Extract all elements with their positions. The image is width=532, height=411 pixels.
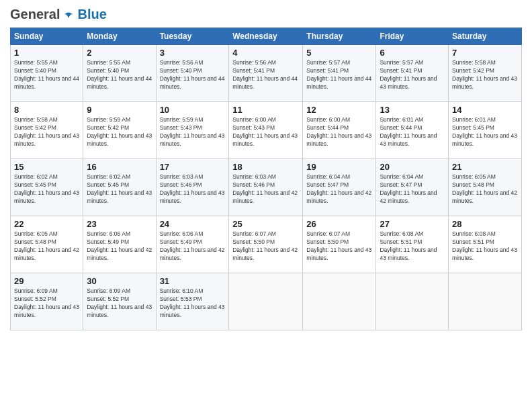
day-number: 17 (160, 162, 226, 172)
calendar-cell: 1Sunrise: 5:55 AMSunset: 5:40 PMDaylight… (11, 45, 83, 102)
calendar-cell: 4Sunrise: 5:56 AMSunset: 5:41 PMDaylight… (229, 45, 303, 102)
calendar-cell (376, 273, 449, 330)
calendar-cell: 8Sunrise: 5:58 AMSunset: 5:42 PMDaylight… (11, 102, 83, 159)
calendar-header-monday: Monday (83, 28, 156, 45)
day-info: Sunrise: 6:05 AMSunset: 5:48 PMDaylight:… (452, 173, 518, 205)
day-number: 14 (452, 105, 518, 115)
day-number: 12 (306, 105, 372, 115)
calendar: SundayMondayTuesdayWednesdayThursdayFrid… (10, 28, 522, 330)
day-info: Sunrise: 6:06 AMSunset: 5:49 PMDaylight:… (87, 230, 152, 263)
day-info: Sunrise: 5:56 AMSunset: 5:41 PMDaylight:… (232, 59, 299, 91)
day-info: Sunrise: 6:07 AMSunset: 5:50 PMDaylight:… (306, 230, 372, 263)
calendar-header-friday: Friday (376, 28, 449, 45)
day-number: 15 (14, 162, 79, 172)
calendar-cell: 3Sunrise: 5:56 AMSunset: 5:40 PMDaylight… (156, 45, 229, 102)
calendar-cell: 27Sunrise: 6:08 AMSunset: 5:51 PMDayligh… (376, 216, 449, 273)
day-info: Sunrise: 6:08 AMSunset: 5:51 PMDaylight:… (452, 230, 518, 263)
day-info: Sunrise: 5:58 AMSunset: 5:42 PMDaylight:… (452, 59, 518, 91)
day-number: 31 (160, 276, 226, 286)
day-number: 30 (87, 276, 152, 286)
calendar-cell (229, 273, 303, 330)
calendar-cell: 21Sunrise: 6:05 AMSunset: 5:48 PMDayligh… (449, 159, 522, 216)
day-info: Sunrise: 6:00 AMSunset: 5:44 PMDaylight:… (306, 116, 372, 148)
day-info: Sunrise: 6:03 AMSunset: 5:46 PMDaylight:… (160, 173, 226, 205)
calendar-cell: 17Sunrise: 6:03 AMSunset: 5:46 PMDayligh… (156, 159, 229, 216)
calendar-cell: 7Sunrise: 5:58 AMSunset: 5:42 PMDaylight… (449, 45, 522, 102)
day-number: 10 (160, 105, 226, 115)
calendar-cell: 12Sunrise: 6:00 AMSunset: 5:44 PMDayligh… (303, 102, 376, 159)
logo-general-text: General (10, 7, 60, 22)
day-number: 3 (160, 48, 226, 58)
day-info: Sunrise: 6:02 AMSunset: 5:45 PMDaylight:… (14, 173, 79, 205)
calendar-week-row: 15Sunrise: 6:02 AMSunset: 5:45 PMDayligh… (11, 159, 522, 216)
day-info: Sunrise: 6:09 AMSunset: 5:52 PMDaylight:… (14, 287, 79, 320)
calendar-cell: 2Sunrise: 5:55 AMSunset: 5:40 PMDaylight… (83, 45, 156, 102)
calendar-cell: 16Sunrise: 6:02 AMSunset: 5:45 PMDayligh… (83, 159, 156, 216)
calendar-cell: 22Sunrise: 6:05 AMSunset: 5:48 PMDayligh… (11, 216, 83, 273)
day-info: Sunrise: 5:59 AMSunset: 5:42 PMDaylight:… (87, 116, 152, 148)
calendar-header-sunday: Sunday (11, 28, 83, 45)
generalblue-logo-icon (61, 7, 76, 22)
day-number: 25 (232, 219, 299, 229)
day-number: 23 (87, 219, 152, 229)
day-info: Sunrise: 5:57 AMSunset: 5:41 PMDaylight:… (380, 59, 445, 91)
calendar-cell: 5Sunrise: 5:57 AMSunset: 5:41 PMDaylight… (303, 45, 376, 102)
day-number: 1 (14, 48, 79, 58)
day-info: Sunrise: 6:08 AMSunset: 5:51 PMDaylight:… (380, 230, 445, 263)
calendar-cell: 15Sunrise: 6:02 AMSunset: 5:45 PMDayligh… (11, 159, 83, 216)
day-info: Sunrise: 6:00 AMSunset: 5:43 PMDaylight:… (232, 116, 299, 148)
day-number: 28 (452, 219, 518, 229)
day-number: 2 (87, 48, 152, 58)
calendar-cell: 18Sunrise: 6:03 AMSunset: 5:46 PMDayligh… (229, 159, 303, 216)
calendar-header-saturday: Saturday (449, 28, 522, 45)
calendar-cell: 9Sunrise: 5:59 AMSunset: 5:42 PMDaylight… (83, 102, 156, 159)
calendar-cell: 23Sunrise: 6:06 AMSunset: 5:49 PMDayligh… (83, 216, 156, 273)
day-info: Sunrise: 5:55 AMSunset: 5:40 PMDaylight:… (14, 59, 79, 91)
calendar-header-row: SundayMondayTuesdayWednesdayThursdayFrid… (11, 28, 522, 45)
day-number: 6 (380, 48, 445, 58)
calendar-cell (303, 273, 376, 330)
day-info: Sunrise: 6:09 AMSunset: 5:52 PMDaylight:… (87, 287, 152, 320)
calendar-cell: 20Sunrise: 6:04 AMSunset: 5:47 PMDayligh… (376, 159, 449, 216)
calendar-cell: 26Sunrise: 6:07 AMSunset: 5:50 PMDayligh… (303, 216, 376, 273)
calendar-cell: 30Sunrise: 6:09 AMSunset: 5:52 PMDayligh… (83, 273, 156, 330)
calendar-cell: 11Sunrise: 6:00 AMSunset: 5:43 PMDayligh… (229, 102, 303, 159)
calendar-cell: 31Sunrise: 6:10 AMSunset: 5:53 PMDayligh… (156, 273, 229, 330)
day-info: Sunrise: 6:01 AMSunset: 5:44 PMDaylight:… (380, 116, 445, 148)
day-info: Sunrise: 6:04 AMSunset: 5:47 PMDaylight:… (380, 173, 445, 205)
day-info: Sunrise: 5:59 AMSunset: 5:43 PMDaylight:… (160, 116, 226, 148)
day-info: Sunrise: 6:06 AMSunset: 5:49 PMDaylight:… (160, 230, 226, 263)
page: GeneralBlue SundayMondayTuesdayWednesday… (0, 0, 532, 411)
calendar-week-row: 22Sunrise: 6:05 AMSunset: 5:48 PMDayligh… (11, 216, 522, 273)
day-info: Sunrise: 6:05 AMSunset: 5:48 PMDaylight:… (14, 230, 79, 263)
calendar-cell: 10Sunrise: 5:59 AMSunset: 5:43 PMDayligh… (156, 102, 229, 159)
day-number: 13 (380, 105, 445, 115)
day-info: Sunrise: 5:57 AMSunset: 5:41 PMDaylight:… (306, 59, 372, 91)
day-number: 11 (232, 105, 299, 115)
calendar-cell: 25Sunrise: 6:07 AMSunset: 5:50 PMDayligh… (229, 216, 303, 273)
calendar-header-thursday: Thursday (303, 28, 376, 45)
calendar-header-wednesday: Wednesday (229, 28, 303, 45)
day-number: 9 (87, 105, 152, 115)
day-number: 16 (87, 162, 152, 172)
day-info: Sunrise: 6:07 AMSunset: 5:50 PMDaylight:… (232, 230, 299, 263)
calendar-cell: 29Sunrise: 6:09 AMSunset: 5:52 PMDayligh… (11, 273, 83, 330)
day-info: Sunrise: 6:01 AMSunset: 5:45 PMDaylight:… (452, 116, 518, 148)
calendar-cell: 24Sunrise: 6:06 AMSunset: 5:49 PMDayligh… (156, 216, 229, 273)
calendar-header-tuesday: Tuesday (156, 28, 229, 45)
calendar-cell: 13Sunrise: 6:01 AMSunset: 5:44 PMDayligh… (376, 102, 449, 159)
day-number: 4 (232, 48, 299, 58)
day-number: 24 (160, 219, 226, 229)
header: GeneralBlue (10, 7, 522, 22)
day-number: 27 (380, 219, 445, 229)
day-info: Sunrise: 6:02 AMSunset: 5:45 PMDaylight:… (87, 173, 152, 205)
day-info: Sunrise: 6:03 AMSunset: 5:46 PMDaylight:… (232, 173, 299, 205)
day-number: 26 (306, 219, 372, 229)
day-number: 8 (14, 105, 79, 115)
day-info: Sunrise: 6:10 AMSunset: 5:53 PMDaylight:… (160, 287, 226, 320)
day-info: Sunrise: 5:56 AMSunset: 5:40 PMDaylight:… (160, 59, 226, 91)
calendar-week-row: 8Sunrise: 5:58 AMSunset: 5:42 PMDaylight… (11, 102, 522, 159)
calendar-cell: 19Sunrise: 6:04 AMSunset: 5:47 PMDayligh… (303, 159, 376, 216)
day-info: Sunrise: 6:04 AMSunset: 5:47 PMDaylight:… (306, 173, 372, 205)
day-number: 20 (380, 162, 445, 172)
